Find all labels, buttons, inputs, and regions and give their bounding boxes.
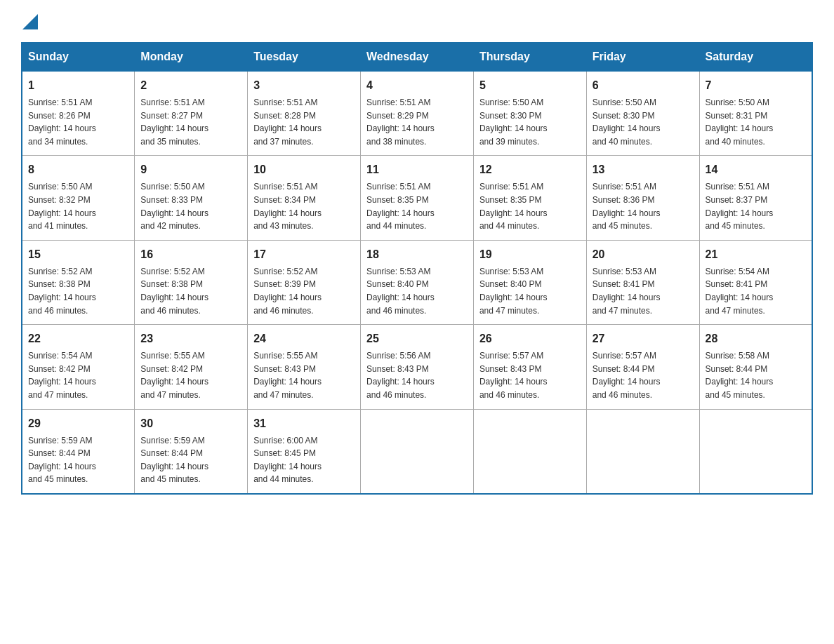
day-of-week-header: Sunday: [22, 43, 135, 71]
calendar-day-cell: 3Sunrise: 5:51 AMSunset: 8:28 PMDaylight…: [248, 71, 361, 156]
day-of-week-header: Wednesday: [361, 43, 474, 71]
calendar-day-cell: 9Sunrise: 5:50 AMSunset: 8:33 PMDaylight…: [135, 156, 248, 240]
day-number: 24: [253, 330, 355, 347]
calendar-week-row: 15Sunrise: 5:52 AMSunset: 8:38 PMDayligh…: [22, 240, 812, 324]
day-info: Sunrise: 5:54 AMSunset: 8:41 PMDaylight:…: [706, 265, 806, 317]
calendar-day-cell: 8Sunrise: 5:50 AMSunset: 8:32 PMDaylight…: [22, 156, 135, 240]
day-info: Sunrise: 5:51 AMSunset: 8:26 PMDaylight:…: [28, 96, 128, 148]
calendar-day-cell: 26Sunrise: 5:57 AMSunset: 8:43 PMDayligh…: [473, 325, 586, 409]
calendar-table: SundayMondayTuesdayWednesdayThursdayFrid…: [21, 42, 813, 495]
day-info: Sunrise: 5:55 AMSunset: 8:43 PMDaylight:…: [253, 349, 355, 401]
day-of-week-header: Friday: [586, 43, 699, 71]
day-info: Sunrise: 5:57 AMSunset: 8:44 PMDaylight:…: [593, 349, 694, 401]
calendar-day-cell: 18Sunrise: 5:53 AMSunset: 8:40 PMDayligh…: [361, 240, 474, 324]
day-number: 28: [706, 330, 806, 347]
day-info: Sunrise: 5:50 AMSunset: 8:31 PMDaylight:…: [706, 96, 806, 148]
calendar-day-cell: 28Sunrise: 5:58 AMSunset: 8:44 PMDayligh…: [699, 325, 812, 409]
day-info: Sunrise: 5:50 AMSunset: 8:32 PMDaylight:…: [28, 180, 128, 232]
day-number: 18: [366, 246, 468, 263]
day-number: 20: [593, 246, 694, 263]
day-number: 10: [253, 161, 355, 178]
day-info: Sunrise: 5:51 AMSunset: 8:36 PMDaylight:…: [593, 180, 694, 232]
calendar-day-cell: 14Sunrise: 5:51 AMSunset: 8:37 PMDayligh…: [699, 156, 812, 240]
calendar-day-cell: 20Sunrise: 5:53 AMSunset: 8:41 PMDayligh…: [586, 240, 699, 324]
calendar-week-row: 22Sunrise: 5:54 AMSunset: 8:42 PMDayligh…: [22, 325, 812, 409]
logo-triangle-icon: [22, 14, 38, 29]
day-number: 13: [593, 161, 694, 178]
day-number: 2: [140, 77, 241, 94]
day-number: 12: [479, 161, 581, 178]
calendar-day-cell: 23Sunrise: 5:55 AMSunset: 8:42 PMDayligh…: [135, 325, 248, 409]
day-number: 14: [706, 161, 806, 178]
calendar-day-cell: 25Sunrise: 5:56 AMSunset: 8:43 PMDayligh…: [361, 325, 474, 409]
calendar-day-cell: 4Sunrise: 5:51 AMSunset: 8:29 PMDaylight…: [361, 71, 474, 156]
day-info: Sunrise: 5:53 AMSunset: 8:41 PMDaylight:…: [593, 265, 694, 317]
day-number: 9: [140, 161, 241, 178]
calendar-week-row: 8Sunrise: 5:50 AMSunset: 8:32 PMDaylight…: [22, 156, 812, 240]
day-info: Sunrise: 5:50 AMSunset: 8:30 PMDaylight:…: [479, 96, 581, 148]
day-info: Sunrise: 5:50 AMSunset: 8:30 PMDaylight:…: [593, 96, 694, 148]
logo: [21, 14, 38, 29]
day-number: 5: [479, 77, 581, 94]
day-of-week-header: Thursday: [473, 43, 586, 71]
page-header: [21, 14, 813, 29]
calendar-day-cell: 21Sunrise: 5:54 AMSunset: 8:41 PMDayligh…: [699, 240, 812, 324]
calendar-day-cell: 13Sunrise: 5:51 AMSunset: 8:36 PMDayligh…: [586, 156, 699, 240]
calendar-day-cell: 12Sunrise: 5:51 AMSunset: 8:35 PMDayligh…: [473, 156, 586, 240]
day-of-week-header: Tuesday: [248, 43, 361, 71]
day-info: Sunrise: 5:53 AMSunset: 8:40 PMDaylight:…: [479, 265, 581, 317]
calendar-day-cell: [699, 409, 812, 494]
day-number: 22: [28, 330, 128, 347]
day-info: Sunrise: 5:51 AMSunset: 8:35 PMDaylight:…: [479, 180, 581, 232]
day-info: Sunrise: 5:51 AMSunset: 8:29 PMDaylight:…: [366, 96, 468, 148]
calendar-day-cell: 24Sunrise: 5:55 AMSunset: 8:43 PMDayligh…: [248, 325, 361, 409]
calendar-day-cell: 30Sunrise: 5:59 AMSunset: 8:44 PMDayligh…: [135, 409, 248, 494]
day-number: 15: [28, 246, 128, 263]
day-info: Sunrise: 5:51 AMSunset: 8:37 PMDaylight:…: [706, 180, 806, 232]
calendar-day-cell: 29Sunrise: 5:59 AMSunset: 8:44 PMDayligh…: [22, 409, 135, 494]
day-of-week-header: Monday: [135, 43, 248, 71]
day-info: Sunrise: 6:00 AMSunset: 8:45 PMDaylight:…: [253, 434, 355, 486]
day-info: Sunrise: 5:51 AMSunset: 8:27 PMDaylight:…: [140, 96, 241, 148]
day-info: Sunrise: 5:54 AMSunset: 8:42 PMDaylight:…: [28, 349, 128, 401]
calendar-day-cell: [361, 409, 474, 494]
day-number: 19: [479, 246, 581, 263]
day-number: 16: [140, 246, 241, 263]
day-number: 4: [366, 77, 468, 94]
calendar-day-cell: 7Sunrise: 5:50 AMSunset: 8:31 PMDaylight…: [699, 71, 812, 156]
day-number: 3: [253, 77, 355, 94]
day-number: 30: [140, 415, 241, 432]
day-number: 29: [28, 415, 128, 432]
day-number: 7: [706, 77, 806, 94]
calendar-day-cell: 5Sunrise: 5:50 AMSunset: 8:30 PMDaylight…: [473, 71, 586, 156]
day-number: 31: [253, 415, 355, 432]
day-number: 25: [366, 330, 468, 347]
day-info: Sunrise: 5:51 AMSunset: 8:35 PMDaylight:…: [366, 180, 468, 232]
calendar-day-cell: 16Sunrise: 5:52 AMSunset: 8:38 PMDayligh…: [135, 240, 248, 324]
calendar-day-cell: 6Sunrise: 5:50 AMSunset: 8:30 PMDaylight…: [586, 71, 699, 156]
day-info: Sunrise: 5:53 AMSunset: 8:40 PMDaylight:…: [366, 265, 468, 317]
day-info: Sunrise: 5:57 AMSunset: 8:43 PMDaylight:…: [479, 349, 581, 401]
day-number: 11: [366, 161, 468, 178]
day-info: Sunrise: 5:59 AMSunset: 8:44 PMDaylight:…: [28, 434, 128, 486]
svg-marker-0: [22, 14, 38, 29]
calendar-day-cell: 22Sunrise: 5:54 AMSunset: 8:42 PMDayligh…: [22, 325, 135, 409]
day-info: Sunrise: 5:51 AMSunset: 8:34 PMDaylight:…: [253, 180, 355, 232]
calendar-day-cell: 31Sunrise: 6:00 AMSunset: 8:45 PMDayligh…: [248, 409, 361, 494]
day-info: Sunrise: 5:58 AMSunset: 8:44 PMDaylight:…: [706, 349, 806, 401]
day-number: 23: [140, 330, 241, 347]
calendar-day-cell: 2Sunrise: 5:51 AMSunset: 8:27 PMDaylight…: [135, 71, 248, 156]
day-info: Sunrise: 5:56 AMSunset: 8:43 PMDaylight:…: [366, 349, 468, 401]
day-number: 26: [479, 330, 581, 347]
calendar-header-row: SundayMondayTuesdayWednesdayThursdayFrid…: [22, 43, 812, 71]
day-number: 1: [28, 77, 128, 94]
calendar-day-cell: 1Sunrise: 5:51 AMSunset: 8:26 PMDaylight…: [22, 71, 135, 156]
calendar-day-cell: [473, 409, 586, 494]
calendar-day-cell: 10Sunrise: 5:51 AMSunset: 8:34 PMDayligh…: [248, 156, 361, 240]
calendar-day-cell: 11Sunrise: 5:51 AMSunset: 8:35 PMDayligh…: [361, 156, 474, 240]
day-info: Sunrise: 5:52 AMSunset: 8:38 PMDaylight:…: [140, 265, 241, 317]
day-info: Sunrise: 5:50 AMSunset: 8:33 PMDaylight:…: [140, 180, 241, 232]
day-number: 8: [28, 161, 128, 178]
day-number: 17: [253, 246, 355, 263]
calendar-day-cell: 15Sunrise: 5:52 AMSunset: 8:38 PMDayligh…: [22, 240, 135, 324]
